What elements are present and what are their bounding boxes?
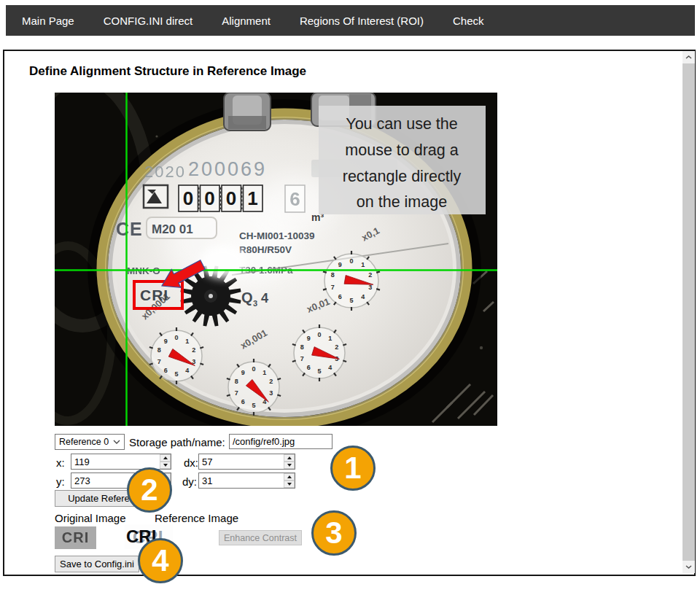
storage-path-label: Storage path/name: — [129, 436, 225, 448]
svg-text:0: 0 — [204, 187, 214, 209]
meter-approval: M20 01 — [152, 222, 193, 236]
svg-text:0: 0 — [183, 187, 193, 209]
storage-path-input[interactable] — [229, 434, 332, 449]
triangle-down-icon — [287, 483, 292, 486]
svg-text:2: 2 — [269, 378, 273, 385]
chevron-down-icon — [113, 440, 120, 444]
nav-alignment[interactable]: Alignment — [222, 15, 271, 27]
reference-image-label: Reference Image — [155, 512, 238, 524]
dy-step-up-button[interactable] — [284, 473, 295, 481]
svg-text:0: 0 — [174, 334, 178, 341]
svg-text:5: 5 — [317, 368, 321, 375]
nav-check[interactable]: Check — [453, 15, 484, 27]
svg-text:1: 1 — [262, 369, 266, 376]
x-input[interactable] — [71, 454, 171, 470]
svg-text:5: 5 — [349, 297, 353, 304]
svg-text:4: 4 — [328, 364, 332, 371]
svg-text:You can use the: You can use the — [346, 115, 457, 133]
callout-badge-1: 1 — [330, 446, 376, 491]
svg-text:0: 0 — [349, 257, 353, 265]
svg-text:7: 7 — [235, 389, 238, 397]
svg-text:5: 5 — [252, 402, 255, 409]
scrollbar-thumb[interactable] — [682, 63, 695, 561]
svg-text:on the image: on the image — [357, 193, 447, 211]
svg-text:6: 6 — [307, 364, 311, 371]
svg-text:rectangle directly: rectangle directly — [343, 168, 462, 185]
x-input-spinner — [160, 454, 171, 469]
chevron-up-icon — [685, 55, 692, 59]
scrollbar-down-button[interactable] — [682, 561, 695, 573]
svg-text:0: 0 — [252, 365, 255, 373]
chevron-down-icon — [685, 565, 692, 569]
dy-step-down-button[interactable] — [284, 481, 295, 488]
original-image-thumbnail: CRI — [55, 526, 96, 549]
svg-text:mouse to drag a: mouse to drag a — [345, 141, 458, 159]
nav-main-page[interactable]: Main Page — [22, 15, 74, 27]
nav-config-ini[interactable]: CONFIG.INI direct — [104, 15, 193, 27]
dy-label: dy: — [182, 475, 197, 488]
callout-badge-2: 2 — [127, 467, 172, 513]
dx-input[interactable] — [198, 454, 295, 470]
meter-serial-year: 2020 — [144, 163, 186, 181]
svg-text:8: 8 — [300, 343, 304, 351]
svg-text:4: 4 — [261, 291, 268, 306]
svg-text:1: 1 — [361, 261, 365, 268]
dx-step-up-button[interactable] — [284, 454, 295, 462]
triangle-up-icon — [287, 456, 292, 459]
svg-text:5: 5 — [174, 370, 178, 378]
original-image-label: Original Image — [55, 512, 126, 524]
x-step-up-button[interactable] — [160, 454, 171, 462]
svg-text:3: 3 — [269, 389, 273, 397]
reference-select[interactable]: Reference 0 — [55, 434, 125, 450]
svg-text:9: 9 — [164, 338, 168, 345]
meter-serial-number: 200069 — [188, 158, 267, 180]
page: Main Page CONFIG.INI direct Alignment Re… — [0, 0, 700, 595]
svg-text:7: 7 — [158, 358, 161, 365]
svg-text:1: 1 — [328, 335, 332, 342]
svg-text:7: 7 — [300, 355, 304, 362]
enhance-contrast-button[interactable]: Enhance Contrast — [219, 530, 302, 545]
svg-text:2: 2 — [192, 346, 195, 354]
meter-ratio: R80H/R50V — [239, 244, 292, 255]
save-to-config-button[interactable]: Save to Config.ini — [55, 556, 139, 572]
dy-input-spinner — [284, 473, 295, 488]
alignment-cri-text: CRI — [140, 287, 168, 303]
svg-text:8: 8 — [158, 346, 161, 354]
svg-text:0: 0 — [317, 331, 321, 338]
svg-text:9: 9 — [307, 335, 311, 342]
svg-text:2: 2 — [335, 343, 338, 351]
vertical-scrollbar[interactable] — [682, 51, 695, 573]
svg-text:8: 8 — [235, 378, 238, 385]
nav-roi[interactable]: Regions Of Interest (ROI) — [300, 15, 424, 27]
svg-text:2: 2 — [368, 271, 372, 279]
svg-text:6: 6 — [164, 367, 168, 374]
scrollbar-up-button[interactable] — [682, 51, 695, 63]
svg-text:1: 1 — [247, 187, 257, 209]
svg-text:9: 9 — [338, 261, 342, 268]
svg-text:3: 3 — [253, 299, 257, 308]
x-step-down-button[interactable] — [160, 462, 171, 469]
svg-text:6: 6 — [338, 293, 342, 300]
triangle-up-icon — [287, 475, 292, 478]
dx-step-down-button[interactable] — [284, 462, 295, 469]
glare-bright — [200, 245, 246, 279]
dy-input[interactable] — [198, 472, 295, 489]
callout-badge-3: 3 — [311, 510, 357, 556]
svg-text:Q: Q — [241, 289, 253, 306]
page-title: Define Alignment Structure in Reference … — [29, 64, 306, 79]
y-label: y: — [56, 475, 65, 488]
svg-text:7: 7 — [331, 284, 335, 291]
triangle-down-icon — [163, 464, 168, 467]
x-label: x: — [56, 456, 65, 469]
reference-image[interactable]: 2020 200069 0 0 0 1 6 m³ CE M20 01 — [55, 93, 497, 426]
meter-model: CH-MI001-10039 — [239, 230, 315, 241]
dx-label: dx: — [184, 456, 198, 469]
svg-text:4: 4 — [185, 367, 189, 374]
meter-logo-box — [144, 185, 168, 208]
triangle-up-icon — [163, 456, 168, 459]
svg-text:6: 6 — [289, 188, 300, 210]
top-nav: Main Page CONFIG.INI direct Alignment Re… — [6, 5, 695, 36]
reference-select-value: Reference 0 — [59, 437, 109, 447]
svg-text:0: 0 — [226, 187, 236, 209]
svg-text:9: 9 — [241, 369, 245, 376]
